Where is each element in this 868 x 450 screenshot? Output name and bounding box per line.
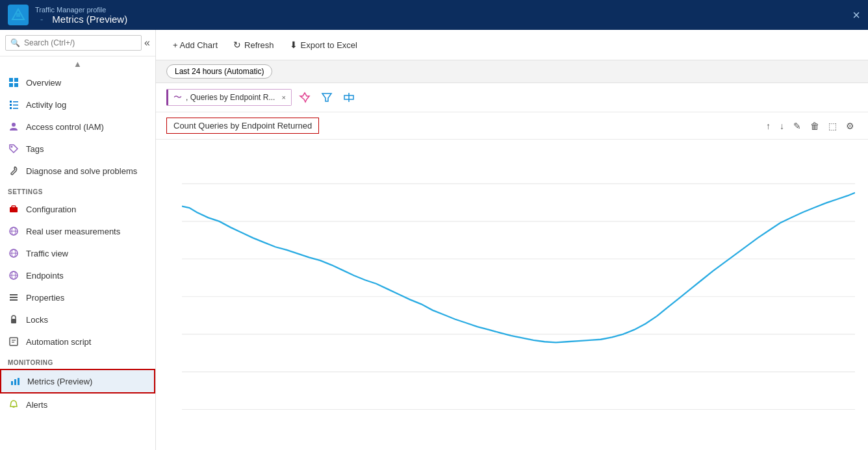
svg-rect-2 [9,78,13,82]
chart-title: Count Queries by Endpoint Returned [166,118,319,134]
chart-tab-pill: 〜 , Queries by Endpoint R... × [166,89,292,106]
top-bar-info: Traffic Manager profile - Metrics (Previ… [35,6,127,25]
sidebar-item-properties[interactable]: Properties [0,286,155,308]
scroll-up-button[interactable]: ▲ [0,56,155,71]
briefcase-icon [8,203,19,215]
sidebar-item-label: Access control (IAM) [26,122,104,132]
person-icon [8,121,19,132]
sidebar-item-label: Tags [26,144,44,154]
endpoints-icon [8,269,19,281]
sidebar-item-configuration[interactable]: Configuration [0,198,155,220]
export-button[interactable]: ⬇ Export to Excel [283,36,364,53]
lock-icon [8,314,19,325]
edit-button[interactable]: ✎ [790,119,804,133]
chart-split-button[interactable] [340,88,358,106]
sidebar-item-access-control[interactable]: Access control (IAM) [0,116,155,138]
move-down-button[interactable]: ↓ [776,119,787,133]
bell-icon [8,399,19,410]
chart-area: 〜 , Queries by Endpoint R... × Count Que… [156,83,868,450]
chart-header: Count Queries by Endpoint Returned ↑ ↓ ✎… [156,112,868,140]
sidebar-nav: ▲ Overview Activity log Access c [0,56,155,450]
sidebar-item-label: Endpoints [26,271,64,281]
chart-tabs: 〜 , Queries by Endpoint R... × [156,83,868,112]
chart-bar-icon [9,375,21,387]
sidebar-item-tags[interactable]: Tags [0,138,155,160]
y-axis-labels [156,146,181,447]
chart-pin-button[interactable] [296,88,314,106]
chart-line [182,193,855,343]
script-icon [8,336,19,347]
svg-rect-7 [13,101,18,103]
svg-rect-10 [10,107,12,109]
delete-button[interactable]: 🗑 [807,119,823,133]
top-bar: Traffic Manager profile - Metrics (Previ… [0,0,868,30]
line-chart-svg [182,146,855,447]
grid-icon [8,77,19,88]
chart-tab-line-icon: 〜 [173,92,182,103]
svg-rect-25 [10,294,18,295]
add-chart-button[interactable]: + Add Chart [166,37,224,53]
top-bar-title: Metrics (Preview) [52,14,127,25]
sidebar: 🔍 « ▲ Overview Activity log [0,30,156,450]
top-bar-subtitle: Traffic Manager profile [35,6,127,14]
sidebar-item-label: Alerts [26,400,47,410]
main-layout: 🔍 « ▲ Overview Activity log [0,30,868,450]
sidebar-item-label: Traffic view [26,249,68,258]
svg-rect-3 [14,78,18,82]
sidebar-item-real-user-measurements[interactable]: Real user measurements [0,220,155,242]
chart-tab-label: , Queries by Endpoint R... [186,93,275,102]
sidebar-item-metrics[interactable]: Metrics (Preview) [0,369,155,394]
svg-rect-28 [11,319,16,323]
refresh-button[interactable]: ↻ Refresh [227,36,281,53]
time-filter-button[interactable]: Last 24 hours (Automatic) [166,64,272,79]
svg-rect-1 [16,13,20,17]
svg-point-12 [12,123,16,127]
main-content: + Add Chart ↻ Refresh ⬇ Export to Excel … [156,30,868,450]
sidebar-item-overview[interactable]: Overview [0,71,155,94]
move-up-button[interactable]: ↑ [763,119,774,133]
sidebar-item-automation[interactable]: Automation script [0,331,155,353]
svg-rect-6 [10,101,12,103]
azure-icon [11,8,25,22]
sidebar-item-traffic-view[interactable]: Traffic view [0,242,155,264]
svg-rect-33 [14,379,16,385]
svg-rect-8 [10,104,12,106]
sidebar-item-label: Configuration [26,205,76,214]
tag-icon [8,143,19,155]
top-bar-separator: - [40,14,43,24]
wrench-icon [8,165,19,177]
toolbar: + Add Chart ↻ Refresh ⬇ Export to Excel [156,30,868,60]
sidebar-item-label: Diagnose and solve problems [26,166,137,176]
time-filter-bar: Last 24 hours (Automatic) [156,60,868,83]
chart-body: 12 PM 06 PM Wed 30 06 AM [156,140,868,450]
refresh-icon: ↻ [233,40,241,50]
chart-filter-button[interactable] [318,88,336,106]
search-input[interactable] [5,35,142,51]
collapse-icon[interactable]: « [144,37,150,49]
svg-rect-15 [12,206,16,208]
traffic-icon [8,247,19,259]
sidebar-item-label: Automation script [26,337,91,347]
sidebar-item-diagnose[interactable]: Diagnose and solve problems [0,160,155,182]
sidebar-item-locks[interactable]: Locks [0,308,155,331]
search-icon: 🔍 [10,38,20,47]
sidebar-item-label: Properties [26,293,64,303]
svg-rect-32 [11,381,13,385]
sidebar-search-container: 🔍 « [0,30,155,56]
sidebar-item-endpoints[interactable]: Endpoints [0,264,155,286]
sidebar-item-label: Locks [26,315,48,325]
sidebar-item-label: Overview [26,78,61,88]
sidebar-item-activity-log[interactable]: Activity log [0,94,155,116]
bars-icon [8,292,19,303]
close-button[interactable]: × [852,8,860,23]
sidebar-item-alerts[interactable]: Alerts [0,394,155,416]
app-logo [8,5,29,25]
svg-rect-9 [13,105,18,106]
settings-button[interactable]: ⚙ [843,119,858,133]
list-icon [8,99,19,110]
chart-tab-close[interactable]: × [281,94,285,101]
svg-rect-27 [10,299,18,301]
sidebar-item-label: Metrics (Preview) [27,377,92,386]
expand-button[interactable]: ⬚ [825,119,840,133]
svg-rect-11 [13,108,18,109]
